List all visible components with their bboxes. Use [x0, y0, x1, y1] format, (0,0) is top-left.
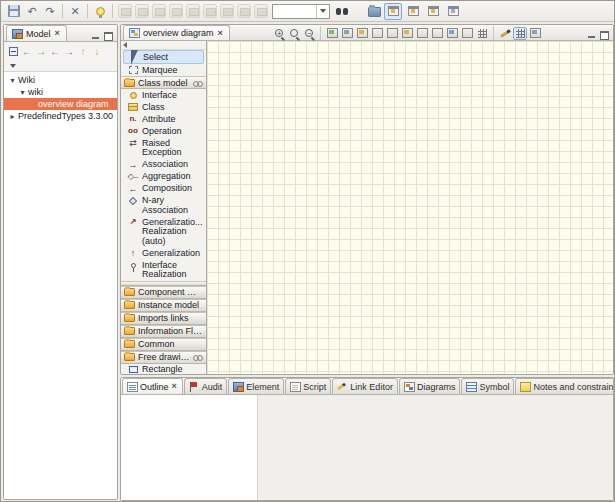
close-icon[interactable]: × [217, 29, 224, 38]
link-icon-6[interactable] [203, 4, 217, 18]
search-combo[interactable] [272, 4, 330, 19]
palette-section-imports-links[interactable]: Imports links [121, 312, 206, 325]
tab-diagrams[interactable]: Diagrams [399, 378, 461, 394]
open-folder-icon[interactable] [366, 3, 382, 19]
link-icon-7[interactable] [220, 4, 234, 18]
perspective-table-button[interactable] [444, 3, 462, 20]
tree-item-label[interactable]: overview diagram [37, 99, 109, 109]
palette-item-operation[interactable]: oo Operation [121, 125, 206, 137]
expand-arrow-icon[interactable]: ▾ [18, 88, 27, 97]
palette-tool-select[interactable]: Select [123, 50, 204, 64]
palette-section-common[interactable]: Common [121, 338, 206, 351]
export-icon[interactable] [355, 27, 369, 40]
distribute-icon[interactable] [460, 27, 474, 40]
model-tab[interactable]: Model × [6, 25, 67, 41]
tab-link-editor[interactable]: Link Editor [332, 378, 398, 394]
palette-section-class-model[interactable]: Class model [121, 76, 206, 89]
tab-script[interactable]: Script [285, 378, 331, 394]
overview-diagram-tab[interactable]: overview diagram × [123, 25, 230, 40]
page-up-icon[interactable] [415, 27, 429, 40]
expand-arrow-icon[interactable]: ▾ [8, 76, 17, 85]
tree-row-wiki-package[interactable]: ▾ wiki [4, 86, 117, 98]
perspective-search-button[interactable] [404, 3, 422, 20]
palette-item-association[interactable]: → Association [121, 159, 206, 171]
zoom-out-icon[interactable]: − [302, 27, 316, 40]
tree-item-label[interactable]: Wiki [17, 75, 35, 85]
tree-row-predefinedtypes[interactable]: ▸ PredefinedTypes 3.3.00 [4, 110, 117, 122]
outline-preview-area[interactable] [121, 395, 258, 501]
combo-dropdown-icon[interactable] [316, 5, 329, 18]
tree-item-label[interactable]: wiki [27, 87, 43, 97]
forward-icon[interactable]: → [35, 44, 48, 58]
palette-section-instance-model[interactable]: Instance model [121, 299, 206, 312]
palette-section-information-flow[interactable]: Information Flo... [121, 325, 206, 338]
paste-style-icon[interactable] [400, 27, 414, 40]
palette-item-raised-exception[interactable]: ⇄ Raised Exception [121, 137, 206, 159]
perspective-edit-button[interactable] [424, 3, 442, 20]
page-back-icon[interactable] [430, 27, 444, 40]
snap-grid-icon[interactable] [513, 27, 527, 40]
palette-item-generalization-realization[interactable]: ↗ Generalizatio... Realization (auto) [121, 216, 206, 247]
maximize-icon[interactable] [600, 31, 609, 40]
related-back-icon[interactable]: ← [49, 44, 62, 58]
tab-element[interactable]: Element [228, 378, 284, 394]
collapse-all-icon[interactable] [7, 44, 20, 58]
close-icon[interactable]: × [171, 382, 178, 391]
palette-item-class[interactable]: Class [121, 101, 206, 113]
minimize-icon[interactable] [91, 32, 100, 41]
tree-row-wiki-project[interactable]: ▾ Wiki [4, 74, 117, 86]
pencil-icon[interactable] [498, 27, 512, 40]
diagram-canvas[interactable] [207, 41, 613, 375]
move-down-icon[interactable]: ↓ [91, 44, 104, 58]
link-icon-3[interactable] [152, 4, 166, 18]
configure-icon[interactable]: ✕ [67, 3, 83, 19]
palette-item-interface[interactable]: Interface [121, 89, 206, 101]
link-icon-1[interactable] [118, 4, 132, 18]
collapse-palette-icon[interactable] [123, 42, 127, 48]
tab-outline[interactable]: Outline × [122, 378, 183, 394]
tip-icon[interactable] [92, 3, 108, 19]
maximize-icon[interactable] [104, 32, 113, 41]
tab-audit[interactable]: Audit [184, 378, 228, 394]
zoom-actual-icon[interactable] [287, 27, 301, 40]
drawer-pin-icon[interactable] [193, 355, 203, 359]
palette-item-composition[interactable]: ← Composition [121, 183, 206, 195]
palette-item-attribute[interactable]: n. Attribute [121, 113, 206, 125]
link-icon-5[interactable] [186, 4, 200, 18]
palette-tool-marquee[interactable]: Marquee [121, 64, 206, 76]
palette-item-nary-association[interactable]: N-ary Association [121, 195, 206, 217]
tab-notes-and-constraints[interactable]: Notes and constraints [515, 378, 614, 394]
palette-item-generalization[interactable]: ↑ Generalization [121, 247, 206, 259]
save-image-icon[interactable] [325, 27, 339, 40]
link-icon-8[interactable] [237, 4, 251, 18]
minimize-icon[interactable] [587, 31, 596, 40]
palette-item-rectangle[interactable]: Rectangle [121, 364, 206, 376]
drawer-pin-icon[interactable] [193, 81, 203, 85]
copy-style-icon[interactable] [385, 27, 399, 40]
zoom-in-icon[interactable]: + [272, 27, 286, 40]
save-icon[interactable] [6, 3, 22, 19]
grid-icon[interactable] [475, 27, 489, 40]
redo-icon[interactable]: ↷ [42, 3, 58, 19]
perspective-model-button[interactable] [384, 3, 402, 20]
close-icon[interactable]: × [54, 29, 61, 38]
palette-item-interface-realization[interactable]: Interface Realization [121, 259, 206, 281]
back-icon[interactable]: ← [21, 44, 34, 58]
view-menu-icon[interactable] [10, 64, 16, 68]
link-icon-4[interactable] [169, 4, 183, 18]
expand-arrow-icon[interactable]: ▸ [8, 112, 17, 121]
save-diagram-icon[interactable] [340, 27, 354, 40]
palette-section-component-model[interactable]: Component mo... [121, 286, 206, 299]
tab-symbol[interactable]: Symbol [461, 378, 514, 394]
layers-icon[interactable] [528, 27, 542, 40]
tree-item-label[interactable]: PredefinedTypes 3.3.00 [17, 111, 113, 121]
link-icon-9[interactable] [254, 4, 268, 18]
related-forward-icon[interactable]: → [63, 44, 76, 58]
selection-box-icon[interactable] [370, 27, 384, 40]
search-icon[interactable] [334, 3, 350, 19]
palette-section-free-drawing[interactable]: Free drawing [121, 351, 206, 364]
palette-item-aggregation[interactable]: ◇– Aggregation [121, 171, 206, 183]
link-icon-2[interactable] [135, 4, 149, 18]
move-up-icon[interactable]: ↑ [77, 44, 90, 58]
tree-row-overview-diagram[interactable]: overview diagram [4, 98, 117, 110]
